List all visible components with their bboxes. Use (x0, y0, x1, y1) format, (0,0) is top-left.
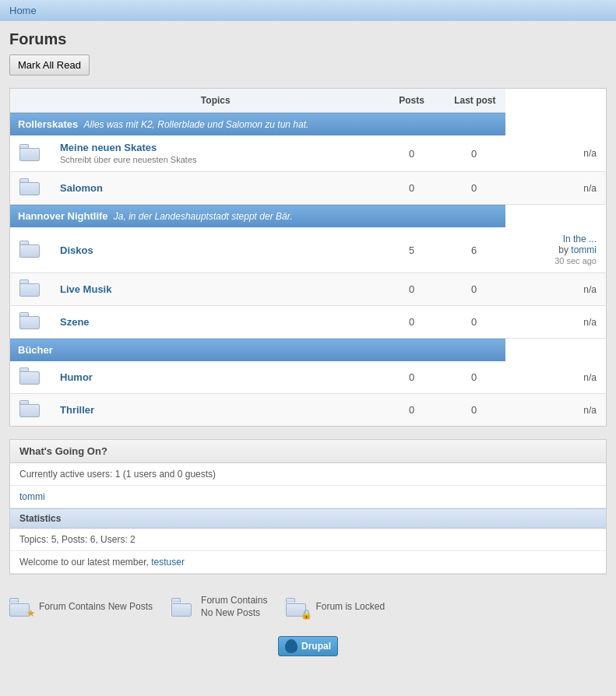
wgo-welcome: Welcome to our latest member, testuser (10, 551, 606, 574)
forum-posts-count: 0 (443, 394, 505, 427)
forum-icon-cell (10, 273, 51, 306)
mark-all-read-button[interactable]: Mark All Read (9, 54, 90, 76)
forum-topics-count: 0 (381, 273, 443, 306)
forum-posts-count: 0 (443, 135, 505, 172)
forum-last-post-cell: n/a (505, 273, 607, 306)
category-row-hannover: Hannover Nightlife Ja, in der Landeshaup… (10, 205, 607, 228)
drupal-drop-icon (285, 639, 297, 653)
forum-link[interactable]: Humor (60, 371, 93, 383)
forum-icon-cell (10, 394, 51, 427)
forum-row: Szene00n/a (10, 306, 607, 339)
forum-link[interactable]: Salomon (60, 182, 103, 194)
last-post-na: n/a (583, 405, 597, 416)
forum-last-post-cell: n/a (505, 361, 607, 394)
last-post-na: n/a (583, 148, 597, 159)
forum-name-cell: Salomon (51, 172, 381, 205)
last-post-time: 30 sec ago (554, 256, 597, 265)
forum-icon-cell (10, 135, 51, 172)
forum-folder-icon (19, 178, 41, 195)
category-desc: Ja, in der Landeshauptstadt steppt der B… (114, 211, 293, 222)
last-post-na: n/a (583, 284, 597, 295)
forum-name-cell: Szene (51, 306, 381, 339)
last-post-na: n/a (583, 317, 597, 328)
forum-link[interactable]: Szene (60, 316, 90, 328)
category-row-rollerskates: Rollerskates Alles was mit K2, Rollerbla… (10, 113, 607, 136)
forum-folder-icon (19, 312, 41, 329)
forum-folder-icon (19, 144, 41, 161)
legend-item-locked: 🔒 Forum is Locked (286, 598, 385, 617)
forum-row: Live Musik00n/a (10, 273, 607, 306)
wgo-active-users: Currently active users: 1 (1 users and 0… (10, 463, 606, 486)
forum-row: Diskos56In the ...by tommi30 sec ago (10, 227, 607, 273)
new-posts-icon: ★ (9, 598, 33, 617)
last-post-na: n/a (583, 372, 597, 383)
forum-last-post-cell: In the ...by tommi30 sec ago (505, 227, 607, 273)
drupal-footer: Drupal (9, 627, 607, 672)
forum-posts-count: 0 (443, 172, 505, 205)
forum-last-post-cell: n/a (505, 135, 607, 172)
last-post-na: n/a (583, 183, 597, 194)
drupal-label: Drupal (301, 641, 331, 652)
forum-name-cell: Live Musik (51, 273, 381, 306)
forum-folder-icon (19, 241, 41, 258)
latest-member-link[interactable]: testuser (151, 557, 185, 568)
forum-posts-count: 6 (443, 227, 505, 273)
no-new-posts-icon (171, 598, 195, 617)
category-name: Hannover Nightlife (18, 210, 108, 222)
forum-name-cell: Thriller (51, 394, 381, 427)
forum-icon-cell (10, 172, 51, 205)
forum-name-cell: Meine neuen SkatesSchreibt über eure neu… (51, 135, 381, 172)
category-row-buecher: Bücher (10, 339, 607, 362)
locked-icon: 🔒 (286, 598, 309, 617)
forum-posts-count: 0 (443, 273, 505, 306)
legend-item-nonew: Forum Contains No New Posts (171, 595, 267, 619)
category-name: Rollerskates (18, 118, 78, 130)
category-desc: Alles was mit K2, Rollerblade und Salomo… (84, 119, 309, 130)
forum-folder-icon (19, 367, 41, 385)
legend-item-new: ★ Forum Contains New Posts (9, 598, 153, 617)
forum-row: Humor00n/a (10, 361, 607, 394)
whats-going-on-box: What's Going On? Currently active users:… (9, 439, 607, 575)
locked-label: Forum is Locked (315, 601, 385, 613)
legend: ★ Forum Contains New Posts Forum Contain… (9, 587, 607, 627)
drupal-link[interactable]: Drupal (278, 636, 338, 656)
forum-link[interactable]: Meine neuen Skates (60, 142, 157, 153)
forum-name-cell: Diskos (51, 227, 381, 273)
page-title: Forums (9, 30, 607, 48)
last-post-link[interactable]: In the ... (563, 234, 597, 244)
wgo-title: What's Going On? (10, 440, 606, 463)
active-user-link[interactable]: tommi (19, 491, 45, 502)
forum-link[interactable]: Live Musik (60, 283, 111, 295)
wgo-active-user-list: tommi (10, 486, 606, 508)
new-posts-label: Forum Contains New Posts (39, 601, 153, 613)
forum-folder-icon (19, 400, 41, 417)
forum-link[interactable]: Thriller (60, 404, 94, 416)
home-link[interactable]: Home (9, 5, 37, 16)
forum-link[interactable]: Diskos (60, 244, 93, 256)
category-name: Bücher (18, 344, 53, 356)
forum-topics-count: 0 (381, 172, 443, 205)
forum-posts-count: 0 (443, 306, 505, 339)
forum-topics-count: 5 (381, 227, 443, 273)
col-lastpost-header: Last post (443, 89, 505, 113)
forum-row: Salomon00n/a (10, 172, 607, 205)
wgo-statistics-header: Statistics (10, 508, 606, 529)
last-post-author-link[interactable]: tommi (571, 244, 597, 255)
forum-icon-cell (10, 227, 51, 273)
forum-topics-count: 0 (381, 135, 443, 172)
forum-sub: Schreibt über eure neuesten Skates (60, 155, 197, 164)
col-name-header (10, 89, 51, 113)
forum-row: Thriller00n/a (10, 394, 607, 427)
forum-table: Topics Posts Last post Rollerskates Alle… (9, 88, 607, 427)
forum-topics-count: 0 (381, 361, 443, 394)
last-post-by: by tommi (558, 244, 597, 255)
breadcrumb: Home (0, 0, 616, 21)
forum-topics-count: 0 (381, 306, 443, 339)
forum-last-post-cell: n/a (505, 394, 607, 427)
col-topics-header: Topics (51, 89, 381, 113)
wgo-stats: Topics: 5, Posts: 6, Users: 2 (10, 529, 606, 551)
col-posts-header: Posts (381, 89, 443, 113)
forum-name-cell: Humor (51, 361, 381, 394)
forum-topics-count: 0 (381, 394, 443, 427)
forum-last-post-cell: n/a (505, 172, 607, 205)
